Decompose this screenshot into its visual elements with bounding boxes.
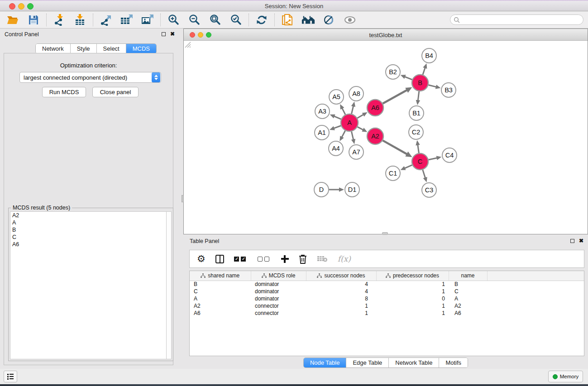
close-panel-icon[interactable]: ✖ bbox=[579, 238, 583, 244]
zoom-in-icon[interactable] bbox=[167, 14, 180, 26]
graph-node-C3[interactable]: C3 bbox=[422, 183, 436, 197]
mcds-result-item[interactable]: C bbox=[10, 234, 166, 241]
graph-edge-B-B1[interactable] bbox=[418, 91, 419, 101]
graph-node-C1[interactable]: C1 bbox=[386, 166, 400, 181]
close-panel-button[interactable]: Close panel bbox=[92, 87, 139, 97]
search-field[interactable] bbox=[450, 14, 583, 25]
zoom-selected-icon[interactable] bbox=[229, 14, 243, 26]
column-header-name[interactable]: name bbox=[449, 271, 487, 281]
graph-node-D[interactable]: D bbox=[314, 182, 329, 197]
graph-node-A3[interactable]: A3 bbox=[315, 104, 330, 119]
import-network-icon[interactable] bbox=[53, 14, 66, 26]
graph-edge-B-B4[interactable] bbox=[423, 67, 425, 75]
graphics-details-icon[interactable] bbox=[322, 14, 336, 26]
graph-edge-A-A6[interactable] bbox=[357, 114, 364, 118]
refresh-layout-icon[interactable] bbox=[255, 14, 268, 26]
float-panel-icon[interactable] bbox=[162, 32, 166, 36]
function-builder-icon[interactable]: f(x) bbox=[338, 253, 351, 265]
graph-node-A7[interactable]: A7 bbox=[349, 145, 363, 159]
graph-node-A1[interactable]: A1 bbox=[315, 125, 329, 140]
graph-edge-A-A2[interactable] bbox=[358, 127, 364, 130]
export-network-icon[interactable] bbox=[99, 14, 113, 26]
mcds-result-scrollbar[interactable] bbox=[166, 211, 172, 359]
graph-edge-A-A3[interactable] bbox=[334, 116, 341, 119]
table-row[interactable]: A2connector11A2 bbox=[190, 302, 584, 310]
network-overview-icon[interactable] bbox=[301, 14, 315, 26]
float-panel-icon[interactable] bbox=[570, 239, 574, 243]
graph-node-D1[interactable]: D1 bbox=[345, 182, 359, 197]
graph-edge-C-C2[interactable] bbox=[418, 144, 419, 153]
column-header-successor-nodes[interactable]: successor nodes bbox=[306, 271, 376, 281]
graph-edge-C-C3[interactable] bbox=[423, 170, 425, 178]
graph-node-A2[interactable]: A2 bbox=[367, 128, 383, 144]
splitter-handle[interactable] bbox=[182, 195, 184, 202]
graph-edge-A6-B[interactable] bbox=[383, 90, 407, 104]
deselect-all-checkboxes-icon[interactable] bbox=[258, 253, 271, 265]
delete-table-icon[interactable] bbox=[317, 253, 328, 265]
select-all-checkboxes-icon[interactable] bbox=[234, 253, 248, 265]
graph-node-A6[interactable]: A6 bbox=[367, 100, 383, 116]
zoom-fit-icon[interactable] bbox=[208, 14, 222, 26]
graph-edge-C-C1[interactable] bbox=[404, 165, 412, 169]
graph-node-B2[interactable]: B2 bbox=[386, 65, 400, 79]
resize-grip-icon[interactable] bbox=[184, 41, 191, 48]
open-session-icon[interactable] bbox=[6, 14, 19, 26]
mcds-result-list[interactable]: A2ABCA6 bbox=[10, 211, 166, 359]
network-document-icon[interactable] bbox=[281, 14, 294, 26]
memory-button[interactable]: Memory bbox=[548, 371, 583, 382]
export-image-icon[interactable] bbox=[141, 14, 154, 26]
tab-style[interactable]: Style bbox=[71, 44, 97, 53]
save-session-icon[interactable] bbox=[27, 14, 40, 26]
tab-node-table[interactable]: Node Table bbox=[304, 358, 347, 367]
import-table-icon[interactable] bbox=[73, 14, 87, 26]
graph-node-A[interactable]: A bbox=[341, 114, 358, 131]
graph-node-B1[interactable]: B1 bbox=[409, 106, 424, 120]
mcds-result-item[interactable]: A bbox=[10, 219, 166, 226]
tab-motifs[interactable]: Motifs bbox=[439, 358, 468, 367]
graph-node-B4[interactable]: B4 bbox=[422, 48, 436, 63]
tab-mcds[interactable]: MCDS bbox=[126, 44, 156, 53]
table-settings-icon[interactable]: ⚙ bbox=[197, 253, 206, 265]
add-column-icon[interactable] bbox=[281, 253, 289, 265]
graph-edge-A-A7[interactable] bbox=[351, 131, 353, 140]
tab-network-table[interactable]: Network Table bbox=[389, 358, 439, 367]
graph-edge-C-C4[interactable] bbox=[429, 158, 438, 160]
zoom-out-icon[interactable] bbox=[187, 14, 201, 26]
search-input[interactable] bbox=[460, 16, 583, 24]
graph-node-A5[interactable]: A5 bbox=[329, 90, 344, 104]
tab-select[interactable]: Select bbox=[97, 44, 126, 53]
graph-edge-B-B3[interactable] bbox=[428, 85, 436, 87]
graph-node-C[interactable]: C bbox=[412, 153, 428, 170]
graph-node-C2[interactable]: C2 bbox=[409, 125, 423, 139]
column-header-shared-name[interactable]: shared name bbox=[190, 271, 251, 281]
graph-edge-A-A1[interactable] bbox=[333, 126, 341, 129]
table-row[interactable]: Bdominator41B bbox=[190, 281, 584, 288]
tab-edge-table[interactable]: Edge Table bbox=[346, 358, 389, 367]
graph-node-A4[interactable]: A4 bbox=[329, 141, 343, 156]
graph-node-C4[interactable]: C4 bbox=[442, 148, 457, 162]
network-canvas[interactable]: AA1A2A3A4A5A6A7A8BB1B2B3B4CC1C2C3C4DD1 bbox=[184, 41, 588, 234]
graph-edge-A-A8[interactable] bbox=[352, 105, 354, 114]
show-hide-eye-icon[interactable] bbox=[343, 14, 357, 26]
run-mcds-button[interactable]: Run MCDS bbox=[42, 87, 86, 97]
task-history-button[interactable] bbox=[4, 371, 17, 382]
mcds-result-item[interactable]: A6 bbox=[10, 241, 166, 248]
export-table-icon[interactable] bbox=[120, 14, 134, 26]
mcds-result-item[interactable]: A2 bbox=[10, 212, 166, 219]
graph-node-B[interactable]: B bbox=[412, 75, 428, 91]
criterion-select[interactable]: largest connected component (directed) bbox=[19, 72, 161, 83]
tab-network[interactable]: Network bbox=[36, 44, 71, 53]
graph-node-B3[interactable]: B3 bbox=[441, 83, 456, 97]
table-row[interactable]: Adominator80A bbox=[190, 295, 584, 302]
graph-edge-A-A4[interactable] bbox=[342, 131, 345, 138]
graph-edge-B-B2[interactable] bbox=[404, 76, 412, 80]
close-panel-icon[interactable]: ✖ bbox=[170, 31, 175, 37]
graph-edge-A-A5[interactable] bbox=[342, 108, 345, 114]
table-row[interactable]: A6connector11A6 bbox=[190, 310, 584, 317]
table-row[interactable]: Cdominator41C bbox=[190, 288, 584, 295]
mcds-result-item[interactable]: B bbox=[10, 226, 166, 234]
column-header-predecessor-nodes[interactable]: predecessor nodes bbox=[376, 271, 449, 281]
graph-edge-A2-C[interactable] bbox=[383, 140, 408, 154]
graph-node-A8[interactable]: A8 bbox=[349, 86, 363, 101]
split-panel-icon[interactable] bbox=[215, 253, 224, 265]
